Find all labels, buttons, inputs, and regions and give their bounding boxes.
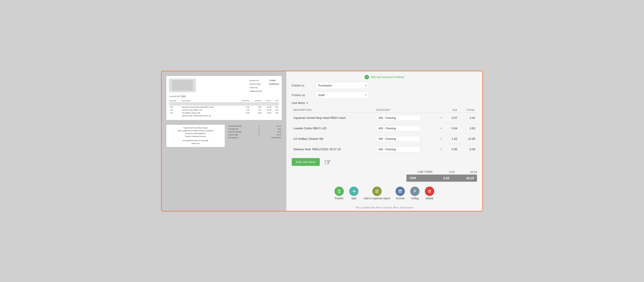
line-items-tax-total: 3.03 (441, 170, 455, 174)
total-row: Total Net Amount £ 15.12 (227, 125, 282, 128)
item-description: Lavette Cloths RBGY x25 (292, 123, 374, 134)
desc: AX Antibac Cleaner 5ltr (182, 111, 236, 114)
vatpct (262, 114, 272, 117)
publish-to-label: Publish to (292, 84, 312, 87)
shortcuts-bar: ⌘+p: publish item ⌘+k: next item ⌘+a: ar… (292, 205, 477, 210)
order-no-label: Order No (250, 86, 267, 89)
account-ref-label: Account Ref (169, 95, 180, 97)
total-row: VAT Reg No: 729 0296 23 (227, 136, 282, 139)
item-category-cell: 408 - Cleaning ▾ (374, 113, 445, 123)
category-select[interactable]: 408 - Cleaning (376, 136, 420, 142)
publish-button[interactable]: Publish (334, 187, 344, 200)
category-select[interactable]: 408 - Cleaning (376, 115, 420, 121)
split-button[interactable]: Split (349, 187, 358, 200)
line-items-table: DESCRIPTION CATEGORY TAX TOTAL Aquamax S… (292, 107, 477, 155)
line-items-amt-total: 18.15 (464, 170, 477, 174)
chevron-down-icon: ▾ (440, 137, 442, 140)
archive-button[interactable]: Archive (396, 187, 405, 200)
line-items-total-label: LINE ITEMS (418, 170, 432, 174)
table-row: Lavette Cloths RBGY x25 408 - Cleaning ▾… (292, 123, 477, 134)
unit: 9.08 (236, 111, 250, 114)
item-total: 10.90 (459, 134, 477, 144)
add-payment-label: Add new payment method (370, 75, 404, 79)
col-net: Net Amt (250, 99, 262, 103)
svg-rect-4 (428, 191, 431, 193)
edit-line-items-row: Edit Line Items ☞ (292, 157, 477, 167)
desc: Aquamax Socket Mop Head RBGY each (182, 106, 236, 109)
delete-button[interactable]: Delete (425, 187, 434, 200)
col-description: DESCRIPTION (292, 107, 374, 113)
col-total: TOTAL (459, 107, 477, 113)
item-tax: 0.64 (445, 123, 459, 134)
publish-to-select[interactable]: Purchases (315, 82, 369, 89)
expense-icon (372, 187, 382, 196)
archive-icon (396, 187, 405, 196)
account-ref-row: Account Ref 123 (169, 95, 279, 98)
vatpct: 20.00 (262, 109, 272, 111)
net: 9.08 (250, 111, 262, 114)
category-select[interactable]: 408 - Cleaning (376, 146, 420, 152)
item-tax: 0.00 (445, 144, 459, 154)
publish-to-select-wrapper: Purchases ▾ (315, 82, 369, 89)
unit: 3.19 (236, 109, 250, 111)
vatpct: 20.00 (262, 111, 272, 114)
account-ref-value: 123 (180, 95, 186, 98)
col-tax: TAX (445, 107, 459, 113)
unflag-button[interactable]: Unflag (410, 187, 420, 200)
table-row: 1.00 Lavette Cloths RBGY x25 3.19 3.19 2… (169, 109, 279, 111)
item-category-cell: 408 - Cleaning ▾ (374, 134, 445, 144)
edit-line-items-button[interactable]: Edit Line Items (292, 158, 320, 166)
cursor-pointer-icon: ☞ (324, 157, 332, 167)
col-vat: VAT (272, 99, 279, 103)
publish-as-select[interactable]: Draft (315, 92, 369, 99)
unit: 0.95 (236, 106, 250, 109)
qty: 1.00 (169, 109, 182, 111)
invoice-no-label: Invoice No (250, 79, 267, 82)
invoice-preview-panel: Invoice No 723485 Invoice Date 02/08/201… (162, 71, 286, 211)
invoice-logo (169, 79, 196, 92)
add-payment-button[interactable]: + Add new payment method (364, 75, 404, 79)
publish-as-select-wrapper: Draft ▾ (315, 92, 369, 99)
item-label: ITEM (410, 177, 416, 180)
item-total: 18.15 (458, 176, 474, 180)
invoice-document: Invoice No 723485 Invoice Date 02/08/201… (166, 76, 282, 120)
invoice-info: Invoice No 723485 Invoice Date 02/08/201… (250, 79, 279, 93)
desc: Lavette Cloths RBGY x25 (182, 109, 236, 111)
chevron-down-icon: ▾ (440, 116, 442, 119)
split-label: Split (351, 197, 356, 200)
line-items-header: Line items ∧ (292, 101, 477, 105)
add-payment-section: + Add new payment method (292, 75, 477, 79)
chevron-down-icon: ▾ (440, 127, 442, 130)
category-select[interactable]: 408 - Cleaning (376, 126, 420, 131)
publish-icon (334, 187, 344, 196)
invoice-line-table: Quantity Description Unit Price Net Amt … (169, 99, 279, 117)
unit (236, 114, 250, 117)
col-category: CATEGORY (374, 107, 445, 113)
publish-to-row: Publish to Purchases ▾ (292, 82, 477, 89)
qty: 1.00 (169, 111, 182, 114)
qty: 3.00 (169, 106, 182, 109)
chevron-down-icon: ▾ (440, 148, 442, 151)
invoice-date-label: Invoice Date (250, 82, 267, 86)
item-totals-row: ITEM 3.03 18.15 (406, 175, 477, 182)
plus-icon: + (364, 75, 369, 79)
item-total: 3.42 (459, 113, 477, 123)
qty (169, 114, 182, 117)
additional-ref-label: Additional Ref (250, 89, 267, 93)
col-qty: Quantity (169, 99, 182, 103)
invoice-date-value: 02/08/2019 (269, 82, 279, 86)
desc: Delivery Note 79651/15251 30.07.19 (182, 114, 236, 117)
invoice-totals: Total Net Amount £ 15.12 Carriage Net £ … (227, 125, 282, 147)
archive-label: Archive (396, 197, 404, 200)
svg-rect-2 (398, 190, 402, 191)
table-row: Aquamax Socket Mop Head RBGY each 408 - … (292, 113, 477, 123)
line-items-label: Line items (292, 101, 305, 105)
item-description: Aquamax Socket Mop Head RBGY each (292, 113, 374, 123)
unflag-icon (410, 187, 420, 196)
publish-label: Publish (335, 197, 344, 200)
add-expense-button[interactable]: Add to expense report (364, 187, 390, 200)
item-tax: 0.57 (445, 113, 459, 123)
unflag-label: Unflag (411, 197, 419, 200)
table-row: AX Antibac Cleaner 5ltr 408 - Cleaning ▾… (292, 134, 477, 144)
net: 2.85 (250, 106, 262, 109)
